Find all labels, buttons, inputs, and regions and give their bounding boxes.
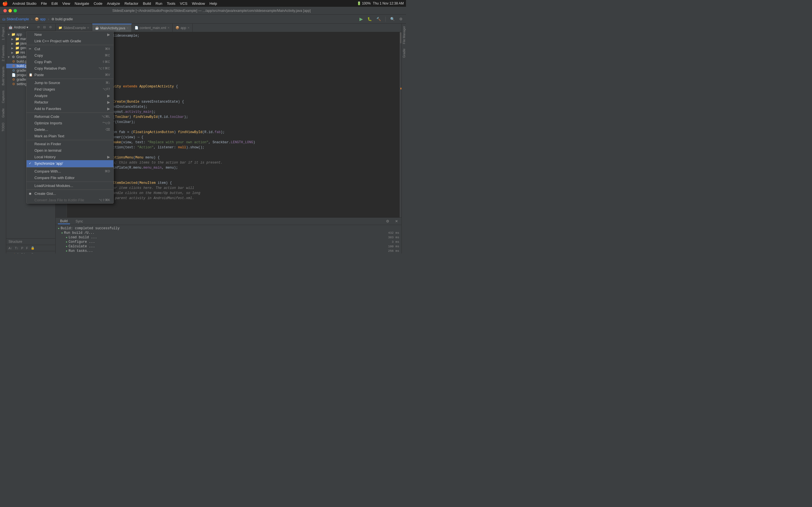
- maximize-button[interactable]: [13, 9, 17, 12]
- captures-label[interactable]: Captures: [1, 88, 5, 106]
- menu-window[interactable]: Window: [192, 1, 205, 6]
- favorites-panel-label[interactable]: 2: Favorites: [1, 43, 5, 63]
- tab-content-close[interactable]: ✕: [167, 26, 170, 29]
- load-icon: ●: [66, 236, 67, 239]
- tasks-icon: ●: [66, 249, 67, 252]
- code-line-24: [70, 150, 398, 155]
- close-button[interactable]: [3, 9, 7, 12]
- build-calculate-label: Calculate ...: [68, 244, 95, 248]
- cm-item-compare-with[interactable]: Compare With... ⌘D: [26, 168, 113, 175]
- menu-navigate[interactable]: Navigate: [75, 1, 89, 6]
- tab-content-main[interactable]: 📄 content_main.xml ✕: [132, 24, 173, 32]
- scroll-thumb[interactable]: [400, 32, 401, 44]
- code-line-13: @Override: [70, 94, 398, 99]
- menu-android-studio[interactable]: Android Studio: [12, 1, 37, 6]
- file-breadcrumb[interactable]: ⚙ build.gradle: [51, 17, 73, 21]
- tab-slides-close[interactable]: ✕: [87, 26, 89, 29]
- settings-button[interactable]: ⚙: [398, 16, 404, 22]
- cm-item-optimize-imports[interactable]: Optimize Imports ^⌥O: [26, 120, 113, 126]
- code-editor[interactable]: package example.com.slidesexample; 💡 imp…: [67, 32, 401, 217]
- cm-item-copy-relative-path[interactable]: Copy Relative Path ⌥⇧⌘C: [26, 65, 113, 72]
- tab-app[interactable]: 📦 app ✕: [173, 24, 193, 32]
- bottom-settings-btn[interactable]: ⚙: [385, 219, 390, 224]
- sync-btn[interactable]: ⟳: [36, 25, 41, 30]
- menu-view[interactable]: View: [62, 1, 70, 6]
- menu-edit[interactable]: Edit: [51, 1, 58, 6]
- menu-vcs[interactable]: VCS: [180, 1, 187, 6]
- struct-sort-type[interactable]: T↑: [14, 246, 19, 250]
- cm-item-cut[interactable]: ✂ Cut ⌘X: [26, 46, 113, 52]
- build-configure-time: 3 ms: [392, 240, 399, 244]
- bottom-tab-sync[interactable]: Sync: [73, 219, 86, 224]
- cm-local-history-label: Local History: [35, 155, 56, 159]
- project-breadcrumb[interactable]: 🗂 SlidesExample: [2, 17, 29, 21]
- tab-main-close[interactable]: ✕: [126, 26, 129, 30]
- cm-item-add-favorites[interactable]: Add to Favorites ▶: [26, 106, 113, 113]
- struct-lock[interactable]: 🔒: [30, 245, 36, 250]
- todo-label[interactable]: TODO: [1, 120, 5, 134]
- menu-analyze[interactable]: Analyze: [107, 1, 120, 6]
- struct-item-build-gradle[interactable]: ▼ ⚙ build.gradle: [7, 252, 54, 253]
- cm-item-copy[interactable]: Copy ⌘C: [26, 52, 113, 59]
- search-button[interactable]: 🔍: [389, 16, 396, 22]
- menu-code[interactable]: Code: [94, 1, 102, 6]
- structure-header: Structure: [6, 238, 55, 245]
- tab-app-close[interactable]: ✕: [187, 26, 190, 29]
- build-button[interactable]: 🔨: [375, 16, 382, 22]
- cm-item-create-gist[interactable]: ◉ Create Gist...: [26, 190, 113, 197]
- struct-sort-alpha[interactable]: A↑: [7, 246, 13, 250]
- cm-compare-with-label: Compare With...: [35, 169, 61, 173]
- cm-delete-shortcut: ⌫: [106, 128, 110, 131]
- gear-btn[interactable]: ⚙: [48, 25, 53, 30]
- code-line-33: you specify a parent activity in Android…: [70, 196, 398, 201]
- bottom-tab-build[interactable]: Build: [58, 219, 70, 224]
- build-variants-label[interactable]: Build Variants: [1, 64, 5, 88]
- right-gradle-label[interactable]: Gradle: [402, 46, 406, 60]
- res-icon: 📁: [15, 51, 19, 54]
- menu-build[interactable]: Build: [143, 1, 151, 6]
- module-breadcrumb[interactable]: 📦 app: [35, 17, 45, 21]
- cm-item-copy-path[interactable]: Copy Path ⇧⌘C: [26, 59, 113, 65]
- cm-item-jump-to-source[interactable]: Jump to Source ⌘↓: [26, 79, 113, 86]
- project-view-select[interactable]: Android ▾: [14, 25, 28, 29]
- struct-pub[interactable]: P: [20, 246, 24, 250]
- tab-main-activity[interactable]: ☕ MainActivity.java ✕: [92, 24, 131, 32]
- cm-item-mark-plain[interactable]: Mark as Plain Text: [26, 133, 113, 140]
- minimize-button[interactable]: [8, 9, 12, 12]
- code-line-20: ingActionButton fab = (FloatingActionBut…: [70, 130, 398, 135]
- debug-button[interactable]: 🐛: [366, 16, 373, 22]
- cm-item-compare-editor[interactable]: Compare File with Editor: [26, 175, 113, 182]
- cm-item-analyze[interactable]: Analyze ▶: [26, 93, 113, 99]
- tab-slides-example[interactable]: 📁 SlidesExample ✕: [56, 24, 92, 32]
- menu-refactor[interactable]: Refactor: [124, 1, 138, 6]
- menu-run[interactable]: Run: [156, 1, 162, 6]
- apple-menu[interactable]: 🍎: [2, 1, 8, 6]
- cm-item-synchronize-app[interactable]: ✓ Synchronize 'app': [26, 160, 113, 168]
- cm-item-new[interactable]: New ▶: [26, 31, 113, 38]
- cm-item-refactor[interactable]: Refactor ▶: [26, 99, 113, 106]
- gradle-label[interactable]: Gradle: [1, 106, 5, 120]
- struct-fields[interactable]: F: [25, 246, 29, 250]
- cm-item-paste[interactable]: 📋 Paste ⌘V: [26, 72, 113, 79]
- cm-item-convert-kotlin[interactable]: Convert Java File to Kotlin File ⌥⇧⌘K: [26, 197, 113, 203]
- build-item-run: ● Run build /U... 432 ms: [57, 231, 400, 235]
- run-button[interactable]: ▶: [358, 16, 364, 22]
- context-menu: New ▶ Link C++ Project with Gradle ✂ Cut…: [26, 31, 114, 204]
- cm-item-link-cpp[interactable]: Link C++ Project with Gradle: [26, 38, 113, 45]
- code-line-3: 💡 import ...;: [70, 44, 398, 49]
- cm-item-find-usages[interactable]: Find Usages ⌥F7: [26, 86, 113, 93]
- cm-item-load-unload[interactable]: Load/Unload Modules...: [26, 182, 113, 190]
- cm-item-delete[interactable]: Delete... ⌫: [26, 126, 113, 133]
- cm-copy-shortcut: ⌘C: [105, 54, 110, 57]
- project-panel-label[interactable]: 1: Project: [1, 25, 5, 42]
- collapse-btn[interactable]: ⊟: [42, 25, 47, 30]
- menu-help[interactable]: Help: [210, 1, 217, 6]
- menu-tools[interactable]: Tools: [167, 1, 175, 6]
- cm-item-reformat-code[interactable]: Reformat Code ⌥⌘L: [26, 113, 113, 120]
- file-explorer-label[interactable]: File Manager: [402, 24, 406, 46]
- cm-item-open-terminal[interactable]: Open in terminal: [26, 147, 113, 154]
- cm-item-local-history[interactable]: Local History ▶: [26, 154, 113, 160]
- cm-item-reveal-finder[interactable]: Reveal in Finder: [26, 141, 113, 147]
- bottom-close-btn[interactable]: ✕: [394, 219, 399, 224]
- menu-file[interactable]: File: [41, 1, 47, 6]
